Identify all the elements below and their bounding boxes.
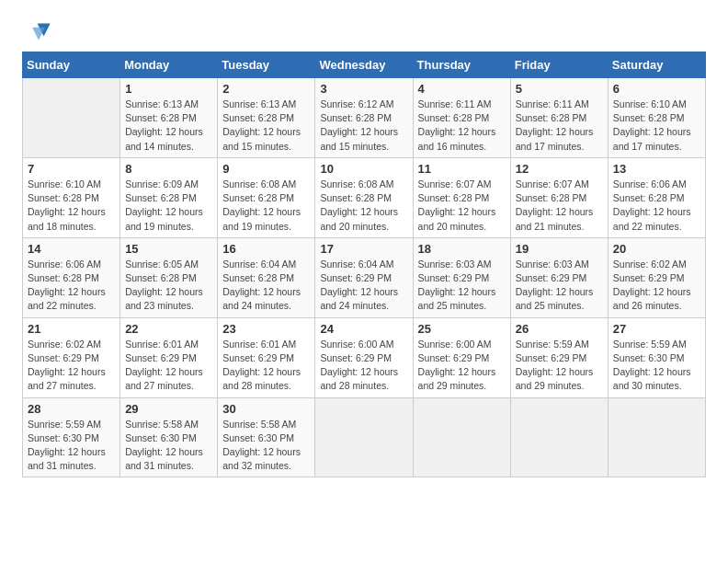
calendar-cell: 2Sunrise: 6:13 AMSunset: 6:28 PMDaylight… [218, 78, 315, 158]
cell-info-text: Sunrise: 6:10 AMSunset: 6:28 PMDaylight:… [28, 178, 115, 234]
cell-date-number: 20 [613, 242, 700, 256]
cell-date-number: 26 [516, 322, 603, 336]
cell-date-number: 21 [28, 322, 115, 336]
cell-info-text: Sunrise: 6:13 AMSunset: 6:28 PMDaylight:… [125, 98, 212, 154]
cell-info-text: Sunrise: 5:58 AMSunset: 6:30 PMDaylight:… [125, 418, 212, 474]
logo [22, 18, 51, 44]
cell-info-text: Sunrise: 6:01 AMSunset: 6:29 PMDaylight:… [125, 338, 212, 394]
calendar-cell: 7Sunrise: 6:10 AMSunset: 6:28 PMDaylight… [23, 157, 120, 237]
cell-info-text: Sunrise: 6:02 AMSunset: 6:29 PMDaylight:… [613, 258, 700, 314]
cell-info-text: Sunrise: 6:03 AMSunset: 6:29 PMDaylight:… [516, 258, 603, 314]
cell-info-text: Sunrise: 5:59 AMSunset: 6:29 PMDaylight:… [516, 338, 603, 394]
cell-info-text: Sunrise: 6:08 AMSunset: 6:28 PMDaylight:… [320, 178, 407, 234]
calendar-cell: 4Sunrise: 6:11 AMSunset: 6:28 PMDaylight… [413, 78, 510, 158]
cell-date-number: 13 [613, 162, 700, 176]
cell-date-number: 14 [28, 242, 115, 256]
cell-info-text: Sunrise: 6:03 AMSunset: 6:29 PMDaylight:… [418, 258, 506, 314]
cell-date-number: 7 [28, 162, 115, 176]
cell-info-text: Sunrise: 6:04 AMSunset: 6:28 PMDaylight:… [222, 258, 310, 314]
calendar-cell [23, 78, 120, 158]
cell-info-text: Sunrise: 6:07 AMSunset: 6:28 PMDaylight:… [418, 178, 506, 234]
cell-info-text: Sunrise: 6:13 AMSunset: 6:28 PMDaylight:… [222, 98, 310, 154]
cell-date-number: 3 [320, 82, 407, 96]
cell-date-number: 15 [125, 242, 212, 256]
cell-info-text: Sunrise: 6:01 AMSunset: 6:29 PMDaylight:… [222, 338, 310, 394]
calendar-week-row: 28Sunrise: 5:59 AMSunset: 6:30 PMDayligh… [23, 397, 706, 477]
calendar-cell [510, 397, 608, 477]
calendar-cell: 9Sunrise: 6:08 AMSunset: 6:28 PMDaylight… [218, 157, 315, 237]
calendar-week-row: 21Sunrise: 6:02 AMSunset: 6:29 PMDayligh… [23, 317, 706, 397]
calendar-cell: 18Sunrise: 6:03 AMSunset: 6:29 PMDayligh… [413, 237, 510, 317]
cell-date-number: 5 [516, 82, 603, 96]
calendar-cell [413, 397, 510, 477]
calendar-cell: 5Sunrise: 6:11 AMSunset: 6:28 PMDaylight… [510, 78, 608, 158]
calendar-cell: 11Sunrise: 6:07 AMSunset: 6:28 PMDayligh… [413, 157, 510, 237]
cell-date-number: 12 [516, 162, 603, 176]
cell-info-text: Sunrise: 6:05 AMSunset: 6:28 PMDaylight:… [125, 258, 212, 314]
calendar-cell: 8Sunrise: 6:09 AMSunset: 6:28 PMDaylight… [120, 157, 218, 237]
calendar-cell: 19Sunrise: 6:03 AMSunset: 6:29 PMDayligh… [510, 237, 608, 317]
cell-date-number: 22 [125, 322, 212, 336]
calendar-cell [315, 397, 413, 477]
weekday-header-saturday: Saturday [608, 52, 705, 78]
cell-info-text: Sunrise: 6:07 AMSunset: 6:28 PMDaylight:… [516, 178, 603, 234]
weekday-header-thursday: Thursday [413, 52, 510, 78]
cell-date-number: 16 [222, 242, 310, 256]
cell-date-number: 27 [613, 322, 700, 336]
calendar-cell [608, 397, 705, 477]
cell-date-number: 4 [418, 82, 506, 96]
weekday-header-monday: Monday [120, 52, 218, 78]
cell-info-text: Sunrise: 6:04 AMSunset: 6:29 PMDaylight:… [320, 258, 407, 314]
weekday-header-wednesday: Wednesday [315, 52, 413, 78]
cell-date-number: 23 [222, 322, 310, 336]
calendar-cell: 16Sunrise: 6:04 AMSunset: 6:28 PMDayligh… [218, 237, 315, 317]
calendar-cell: 22Sunrise: 6:01 AMSunset: 6:29 PMDayligh… [120, 317, 218, 397]
cell-info-text: Sunrise: 6:06 AMSunset: 6:28 PMDaylight:… [28, 258, 115, 314]
calendar-week-row: 1Sunrise: 6:13 AMSunset: 6:28 PMDaylight… [23, 78, 706, 158]
cell-date-number: 10 [320, 162, 407, 176]
cell-date-number: 18 [418, 242, 506, 256]
cell-date-number: 19 [516, 242, 603, 256]
cell-info-text: Sunrise: 6:11 AMSunset: 6:28 PMDaylight:… [516, 98, 603, 154]
calendar-week-row: 14Sunrise: 6:06 AMSunset: 6:28 PMDayligh… [23, 237, 706, 317]
logo-icon [26, 18, 51, 44]
cell-date-number: 8 [125, 162, 212, 176]
cell-date-number: 28 [28, 402, 115, 416]
calendar-cell: 6Sunrise: 6:10 AMSunset: 6:28 PMDaylight… [608, 78, 705, 158]
weekday-header-friday: Friday [510, 52, 608, 78]
cell-info-text: Sunrise: 5:59 AMSunset: 6:30 PMDaylight:… [28, 418, 115, 474]
calendar-week-row: 7Sunrise: 6:10 AMSunset: 6:28 PMDaylight… [23, 157, 706, 237]
cell-info-text: Sunrise: 6:02 AMSunset: 6:29 PMDaylight:… [28, 338, 115, 394]
calendar-cell: 15Sunrise: 6:05 AMSunset: 6:28 PMDayligh… [120, 237, 218, 317]
page-header [22, 18, 706, 44]
cell-info-text: Sunrise: 5:58 AMSunset: 6:30 PMDaylight:… [222, 418, 310, 474]
calendar-cell: 17Sunrise: 6:04 AMSunset: 6:29 PMDayligh… [315, 237, 413, 317]
calendar-table: SundayMondayTuesdayWednesdayThursdayFrid… [22, 52, 706, 477]
cell-info-text: Sunrise: 5:59 AMSunset: 6:30 PMDaylight:… [613, 338, 700, 394]
calendar-cell: 29Sunrise: 5:58 AMSunset: 6:30 PMDayligh… [120, 397, 218, 477]
calendar-cell: 23Sunrise: 6:01 AMSunset: 6:29 PMDayligh… [218, 317, 315, 397]
cell-info-text: Sunrise: 6:08 AMSunset: 6:28 PMDaylight:… [222, 178, 310, 234]
cell-date-number: 1 [125, 82, 212, 96]
calendar-cell: 3Sunrise: 6:12 AMSunset: 6:28 PMDaylight… [315, 78, 413, 158]
weekday-header-tuesday: Tuesday [218, 52, 315, 78]
cell-date-number: 29 [125, 402, 212, 416]
cell-date-number: 6 [613, 82, 700, 96]
calendar-cell: 27Sunrise: 5:59 AMSunset: 6:30 PMDayligh… [608, 317, 705, 397]
calendar-cell: 1Sunrise: 6:13 AMSunset: 6:28 PMDaylight… [120, 78, 218, 158]
cell-date-number: 11 [418, 162, 506, 176]
calendar-cell: 10Sunrise: 6:08 AMSunset: 6:28 PMDayligh… [315, 157, 413, 237]
calendar-cell: 25Sunrise: 6:00 AMSunset: 6:29 PMDayligh… [413, 317, 510, 397]
cell-date-number: 30 [222, 402, 310, 416]
cell-info-text: Sunrise: 6:00 AMSunset: 6:29 PMDaylight:… [418, 338, 506, 394]
calendar-cell: 30Sunrise: 5:58 AMSunset: 6:30 PMDayligh… [218, 397, 315, 477]
cell-info-text: Sunrise: 6:06 AMSunset: 6:28 PMDaylight:… [613, 178, 700, 234]
calendar-cell: 20Sunrise: 6:02 AMSunset: 6:29 PMDayligh… [608, 237, 705, 317]
cell-date-number: 2 [222, 82, 310, 96]
calendar-cell: 13Sunrise: 6:06 AMSunset: 6:28 PMDayligh… [608, 157, 705, 237]
cell-date-number: 24 [320, 322, 407, 336]
calendar-cell: 28Sunrise: 5:59 AMSunset: 6:30 PMDayligh… [23, 397, 120, 477]
cell-info-text: Sunrise: 6:12 AMSunset: 6:28 PMDaylight:… [320, 98, 407, 154]
calendar-cell: 14Sunrise: 6:06 AMSunset: 6:28 PMDayligh… [23, 237, 120, 317]
cell-date-number: 25 [418, 322, 506, 336]
